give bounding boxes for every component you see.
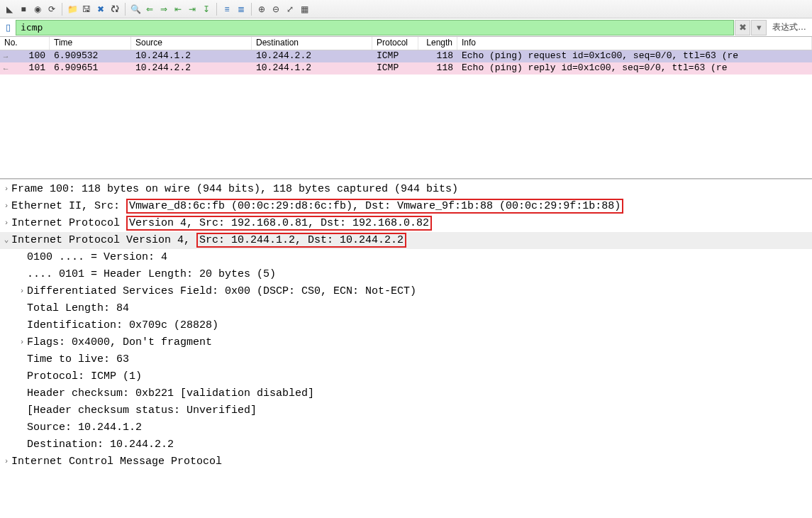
ip-field[interactable]: Protocol: ICMP (1) bbox=[0, 368, 812, 385]
autoscroll-icon[interactable]: ↧ bbox=[200, 3, 213, 16]
main-toolbar: ◣ ■ ◉ ⟳ 📁 🖫 ✖ 🗘 🔍 ⇐ ⇒ ⇤ ⇥ ↧ ≡ ≣ ⊕ ⊖ ⤢ ▦ bbox=[0, 0, 812, 18]
expand-icon[interactable]: › bbox=[17, 283, 27, 298]
autoscroll-live-icon[interactable]: ≣ bbox=[235, 3, 248, 16]
ip-outer-highlight: Version 4, Src: 192.168.0.81, Dst: 192.1… bbox=[126, 216, 432, 231]
toolbar-icon-1[interactable]: ■ bbox=[17, 3, 30, 16]
cell-source: 10.244.1.2 bbox=[131, 50, 252, 62]
colorize-icon[interactable]: ≡ bbox=[221, 3, 233, 16]
ip-field[interactable]: Source: 10.244.1.2 bbox=[0, 419, 812, 436]
expand-icon[interactable]: › bbox=[1, 198, 11, 213]
zoom-fit-icon[interactable]: ⤢ bbox=[284, 3, 296, 16]
packet-list-header: No. Time Source Destination Protocol Len… bbox=[0, 37, 812, 50]
packet-list-rows: →1006.90953210.244.1.210.244.2.2ICMP118E… bbox=[0, 50, 812, 75]
cell-time: 6.909532 bbox=[50, 50, 131, 62]
ip-field[interactable]: ›Flags: 0x4000, Don't fragment bbox=[0, 334, 812, 351]
bookmark-icon[interactable]: ▯ bbox=[0, 20, 16, 35]
ip-field[interactable]: [Header checksum status: Unverified] bbox=[0, 402, 812, 419]
ethernet-summary[interactable]: › Ethernet II, Src: Vmware_d8:6c:fb (00:… bbox=[0, 198, 812, 215]
display-filter-input[interactable] bbox=[16, 20, 734, 35]
expand-icon[interactable]: › bbox=[1, 215, 11, 230]
ip-field[interactable]: Header checksum: 0xb221 [validation disa… bbox=[0, 385, 812, 402]
ip-field[interactable]: ›Differentiated Services Field: 0x00 (DS… bbox=[0, 283, 812, 300]
ip-field[interactable]: .... 0101 = Header Length: 20 bytes (5) bbox=[0, 266, 812, 283]
save-icon[interactable]: 🖫 bbox=[80, 3, 93, 16]
column-header-no[interactable]: No. bbox=[0, 37, 50, 50]
cell-no: 101 bbox=[11, 62, 50, 75]
toolbar-separator bbox=[251, 3, 252, 16]
goto-last-icon[interactable]: ⇥ bbox=[186, 3, 199, 16]
column-header-info[interactable]: Info bbox=[457, 37, 812, 50]
expand-icon[interactable]: › bbox=[1, 453, 11, 468]
column-header-length[interactable]: Length bbox=[418, 37, 457, 50]
find-icon[interactable]: 🔍 bbox=[129, 3, 142, 16]
apply-filter-button[interactable]: ▾ bbox=[751, 20, 767, 35]
packet-list-pane: No. Time Source Destination Protocol Len… bbox=[0, 37, 812, 179]
expand-icon[interactable]: › bbox=[17, 334, 27, 349]
cell-length: 118 bbox=[418, 50, 457, 62]
zoom-in-icon[interactable]: ⊕ bbox=[255, 3, 268, 16]
table-row[interactable]: →1006.90953210.244.1.210.244.2.2ICMP118E… bbox=[0, 50, 812, 62]
column-header-time[interactable]: Time bbox=[50, 37, 131, 50]
column-header-source[interactable]: Source bbox=[131, 37, 252, 50]
ip-field[interactable]: Time to live: 63 bbox=[0, 351, 812, 368]
toolbar-icon-3[interactable]: ⟳ bbox=[45, 3, 58, 16]
cell-protocol: ICMP bbox=[372, 62, 418, 75]
ip-inner-summary[interactable]: ⌄ Internet Protocol Version 4, Src: 10.2… bbox=[0, 232, 812, 249]
cell-protocol: ICMP bbox=[372, 50, 418, 62]
cell-info: Echo (ping) reply id=0x1c00, seq=0/0, tt… bbox=[457, 62, 812, 75]
ip-inner-highlight: Src: 10.244.1.2, Dst: 10.244.2.2 bbox=[196, 233, 406, 248]
ip-field[interactable]: Total Length: 84 bbox=[0, 300, 812, 317]
frame-summary[interactable]: › Frame 100: 118 bytes on wire (944 bits… bbox=[0, 181, 812, 198]
cell-info: Echo (ping) request id=0x1c00, seq=0/0, … bbox=[457, 50, 812, 62]
zoom-out-icon[interactable]: ⊖ bbox=[269, 3, 282, 16]
collapse-icon[interactable]: ⌄ bbox=[1, 232, 11, 247]
back-icon[interactable]: ⇐ bbox=[143, 3, 156, 16]
column-header-destination[interactable]: Destination bbox=[252, 37, 372, 50]
direction-icon: → bbox=[0, 50, 11, 62]
column-header-protocol[interactable]: Protocol bbox=[372, 37, 418, 50]
ip-field[interactable]: Identification: 0x709c (28828) bbox=[0, 317, 812, 334]
cell-length: 118 bbox=[418, 62, 457, 75]
cell-time: 6.909651 bbox=[50, 62, 131, 75]
toolbar-icon-2[interactable]: ◉ bbox=[31, 3, 44, 16]
close-icon[interactable]: ✖ bbox=[94, 3, 107, 16]
toolbar-icon-0[interactable]: ◣ bbox=[3, 3, 16, 16]
expression-button[interactable]: 表达式… bbox=[767, 21, 812, 33]
display-filter-bar: ▯ ✖ ▾ 表达式… bbox=[0, 18, 812, 37]
packet-details-pane[interactable]: › Frame 100: 118 bytes on wire (944 bits… bbox=[0, 179, 812, 518]
clear-filter-button[interactable]: ✖ bbox=[735, 20, 750, 35]
forward-icon[interactable]: ⇒ bbox=[157, 3, 170, 16]
ip-outer-summary[interactable]: › Internet Protocol Version 4, Src: 192.… bbox=[0, 215, 812, 232]
ip-field[interactable]: Destination: 10.244.2.2 bbox=[0, 436, 812, 453]
toolbar-separator bbox=[216, 3, 217, 16]
cell-destination: 10.244.2.2 bbox=[252, 50, 372, 62]
icmp-summary[interactable]: › Internet Control Message Protocol bbox=[0, 453, 812, 470]
toolbar-separator bbox=[125, 3, 126, 16]
direction-icon: ← bbox=[0, 62, 11, 75]
ethernet-highlight: Vmware_d8:6c:fb (00:0c:29:d8:6c:fb), Dst… bbox=[126, 199, 623, 214]
resize-columns-icon[interactable]: ▦ bbox=[298, 3, 311, 16]
folder-icon[interactable]: 📁 bbox=[66, 3, 79, 16]
cell-no: 100 bbox=[11, 50, 50, 62]
cell-source: 10.244.2.2 bbox=[131, 62, 252, 75]
expand-icon[interactable]: › bbox=[1, 181, 11, 196]
reload-icon[interactable]: 🗘 bbox=[109, 3, 121, 16]
toolbar-separator bbox=[62, 3, 62, 16]
cell-destination: 10.244.1.2 bbox=[252, 62, 372, 75]
ip-field[interactable]: 0100 .... = Version: 4 bbox=[0, 249, 812, 266]
table-row[interactable]: ←1016.90965110.244.2.210.244.1.2ICMP118E… bbox=[0, 62, 812, 75]
goto-first-icon[interactable]: ⇤ bbox=[172, 3, 184, 16]
